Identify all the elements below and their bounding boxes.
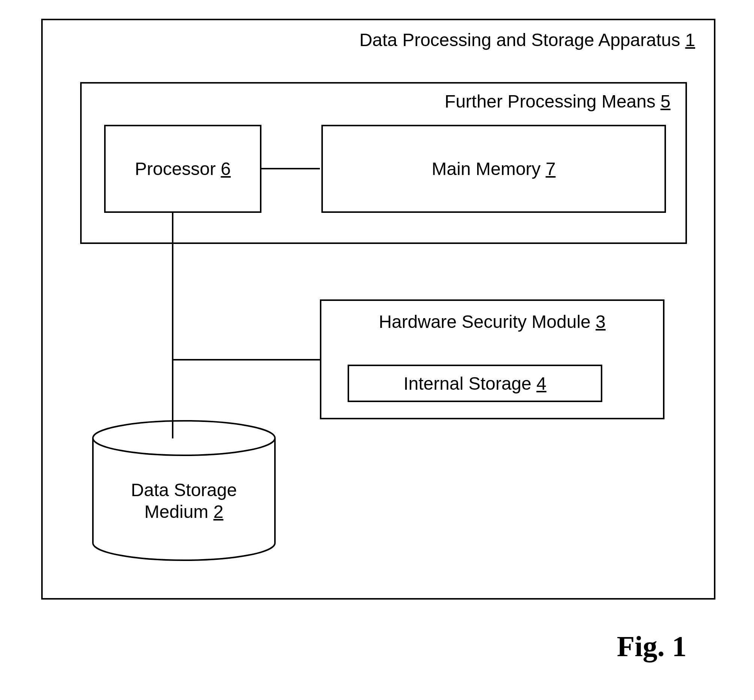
hsm-title: Hardware Security Module 3 xyxy=(322,311,663,332)
svg-point-0 xyxy=(93,421,275,455)
further-processing-box: Further Processing Means 5 Processor 6 M… xyxy=(80,82,687,244)
memory-label-num: 7 xyxy=(546,159,556,179)
hsm-label-num: 3 xyxy=(596,312,606,332)
memory-label: Main Memory 7 xyxy=(432,158,556,179)
internal-storage-text: Internal Storage xyxy=(403,373,536,394)
further-label-text: Further Processing Means xyxy=(445,91,660,111)
data-storage-line1: Data Storage xyxy=(131,480,237,500)
further-processing-title: Further Processing Means 5 xyxy=(445,91,670,112)
internal-storage-box: Internal Storage 4 xyxy=(348,365,602,402)
outer-apparatus-box: Data Processing and Storage Apparatus 1 … xyxy=(41,19,715,600)
main-memory-box: Main Memory 7 xyxy=(322,125,666,213)
internal-storage-label: Internal Storage 4 xyxy=(403,373,546,394)
data-storage-label: Data Storage Medium 2 xyxy=(91,479,276,522)
data-storage-line2: Medium xyxy=(145,502,214,522)
processor-label-num: 6 xyxy=(221,159,231,179)
connector-processor-memory xyxy=(261,168,320,169)
figure-label: Fig. 1 xyxy=(617,630,687,663)
processor-label: Processor 6 xyxy=(135,158,231,179)
hsm-label-text: Hardware Security Module xyxy=(379,312,596,332)
further-label-num: 5 xyxy=(660,91,670,111)
diagram-container: Data Processing and Storage Apparatus 1 … xyxy=(41,19,715,600)
processor-box: Processor 6 xyxy=(104,125,261,213)
internal-storage-num: 4 xyxy=(536,373,546,394)
memory-label-text: Main Memory xyxy=(432,159,546,179)
connector-to-hsm xyxy=(173,359,320,361)
processor-label-text: Processor xyxy=(135,159,221,179)
outer-label-num: 1 xyxy=(685,30,695,50)
connector-processor-down xyxy=(172,212,173,438)
hsm-box: Hardware Security Module 3 Internal Stor… xyxy=(320,299,665,419)
data-storage-num: 2 xyxy=(214,502,223,522)
outer-apparatus-title: Data Processing and Storage Apparatus 1 xyxy=(359,30,695,50)
data-storage-cylinder: Data Storage Medium 2 xyxy=(91,419,276,562)
outer-label-text: Data Processing and Storage Apparatus xyxy=(359,30,685,50)
